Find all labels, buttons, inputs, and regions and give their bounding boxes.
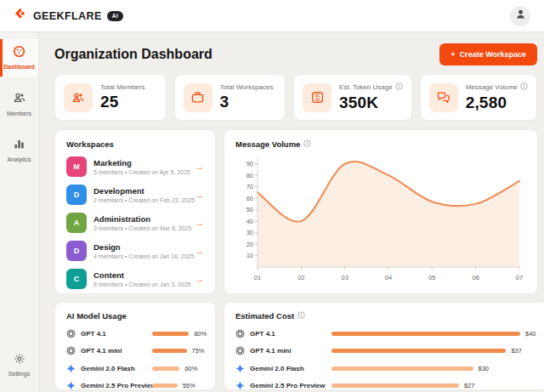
svg-text:10: 10 [246,252,253,259]
svg-text:90: 90 [246,160,253,168]
svg-text:70: 70 [246,183,253,190]
svg-text:04: 04 [385,274,392,281]
sidebar-spacer [0,178,38,347]
model-usage-row: Gemini 2.0 Flash60% [66,364,204,373]
model-value: $30 [479,365,490,372]
stat-card-est-token-usage: 0110Est. Token Usage350K [293,74,412,121]
ai-model-usage-panel: AI Model Usage GPT 4.180%GPT 4.1 mini75%… [54,302,216,390]
brand-name: GEEKFLARE [33,10,102,22]
bottom-row: AI Model Usage GPT 4.180%GPT 4.1 mini75%… [54,302,537,390]
stat-card-message-volume: Message Volume2,580 [420,74,537,121]
info-icon[interactable] [303,139,311,149]
workspace-meta: 4 members • Created on Jan 18, 2025 [94,253,188,259]
members-icon [64,83,93,112]
arrow-right-icon[interactable]: → [195,275,204,284]
estimated-cost-row: Gemini 2.5 Pro Preview$27 [235,381,536,390]
svg-text:05: 05 [428,274,435,281]
info-icon[interactable] [395,82,403,92]
chat-icon [429,83,458,112]
sidebar-item-label: Members [7,111,31,116]
message-volume-panel: Message Volume 1020304050607080900102030… [224,129,538,294]
model-name: GPT 4.1 [81,330,152,338]
sidebar: DashboardMembersAnalytics Settings [0,32,39,392]
estimated-cost-title-text: Estimated Cost [235,311,294,321]
openai-icon [66,346,76,355]
stat-label: Est. Token Usage [339,82,403,92]
workspace-row-marketing: MMarketing5 members • Created on Apr 5, … [66,156,204,177]
brand-logo[interactable]: GEEKFLARE AI [14,7,123,25]
create-workspace-button[interactable]: + Create Workspace [439,43,537,65]
model-name: GPT 4.1 mini [81,347,152,355]
svg-text:01: 01 [254,274,261,281]
arrow-right-icon[interactable]: → [195,190,204,200]
brand-ai-badge: AI [107,11,124,21]
settings-icon [14,353,26,368]
workspace-avatar: D [66,241,87,261]
svg-text:02: 02 [298,274,304,281]
openai-icon [66,329,76,338]
model-usage-row: GPT 4.180% [66,329,204,338]
stats-row: Total Members25Total Workspaces30110Est.… [54,74,537,121]
model-bar [152,332,189,336]
svg-text:40: 40 [246,218,253,225]
workspace-row-development: DDevelopment2 members • Created on Feb 2… [66,185,204,205]
sidebar-item-analytics[interactable]: Analytics [0,132,38,169]
workspace-avatar: A [66,213,87,233]
user-avatar[interactable] [510,6,530,26]
ai-model-usage-title: AI Model Usage [66,311,204,321]
middle-row: Workspaces MMarketing5 members • Created… [54,129,537,294]
workspaces-title: Workspaces [66,139,204,149]
estimated-cost-title: Estimated Cost [235,311,536,321]
dashboard-icon [13,45,26,61]
estimated-cost-panel: Estimated Cost GPT 4.1$40GPT 4.1 mini$37… [224,302,544,390]
openai-icon [235,346,246,355]
model-usage-row: GPT 4.1 mini75% [66,346,204,355]
gemini-icon [66,364,76,373]
arrow-right-icon[interactable]: → [195,247,204,256]
stat-label: Message Volume [466,82,528,92]
model-value: 55% [183,382,196,389]
stat-value: 350K [339,94,403,112]
workspace-meta: 5 members • Created on Apr 5, 2025 [94,169,188,175]
workspace-row-content: CContent8 members • Created on Jan 3, 20… [66,269,204,289]
token-icon: 0110 [303,83,332,112]
model-usage-row: Gemini 2.5 Pro Preview55% [66,381,204,390]
model-bar [152,366,179,371]
workspaces-panel: Workspaces MMarketing5 members • Created… [54,129,216,294]
estimated-cost-row: Gemini 2.0 Flash$30 [235,364,536,373]
sidebar-item-members[interactable]: Members [0,85,38,123]
gemini-icon [235,364,246,373]
estimated-cost-row: GPT 4.1 mini$37 [235,346,536,355]
workspace-avatar: C [66,269,87,289]
info-icon[interactable] [298,311,305,321]
workspace-meta: 3 members • Created on Mar 8, 2025 [94,225,188,231]
workspace-name: Administration [94,214,188,224]
stat-card-total-members: Total Members25 [54,74,167,121]
svg-text:20: 20 [246,241,253,248]
estimated-cost-row: GPT 4.1$40 [235,329,536,338]
person-icon [514,8,527,24]
sidebar-item-dashboard[interactable]: Dashboard [0,39,38,77]
svg-text:06: 06 [473,274,479,281]
sidebar-item-settings[interactable]: Settings [0,347,38,383]
arrow-right-icon[interactable]: → [195,162,204,172]
model-name: GPT 4.1 mini [250,347,332,355]
ai-model-usage-list: GPT 4.180%GPT 4.1 mini75%Gemini 2.0 Flas… [66,329,204,391]
model-value: $40 [525,330,536,338]
workspace-name: Marketing [94,158,188,168]
stat-card-total-workspaces: Total Workspaces3 [174,74,286,121]
message-volume-title: Message Volume [235,139,526,149]
model-bar [332,332,520,336]
workspace-name: Development [94,186,188,196]
workspace-name: Content [94,270,188,280]
model-bar [332,366,473,371]
workspace-row-design: DDesign4 members • Created on Jan 18, 20… [66,241,204,261]
arrow-right-icon[interactable]: → [195,219,204,228]
svg-text:60: 60 [246,195,253,202]
create-workspace-label: Create Workspace [460,50,526,59]
svg-text:80: 80 [246,172,253,179]
analytics-icon [13,138,26,154]
sidebar-item-label: Settings [8,371,30,377]
workspace-list: MMarketing5 members • Created on Apr 5, … [66,156,204,289]
info-icon[interactable] [520,82,528,92]
